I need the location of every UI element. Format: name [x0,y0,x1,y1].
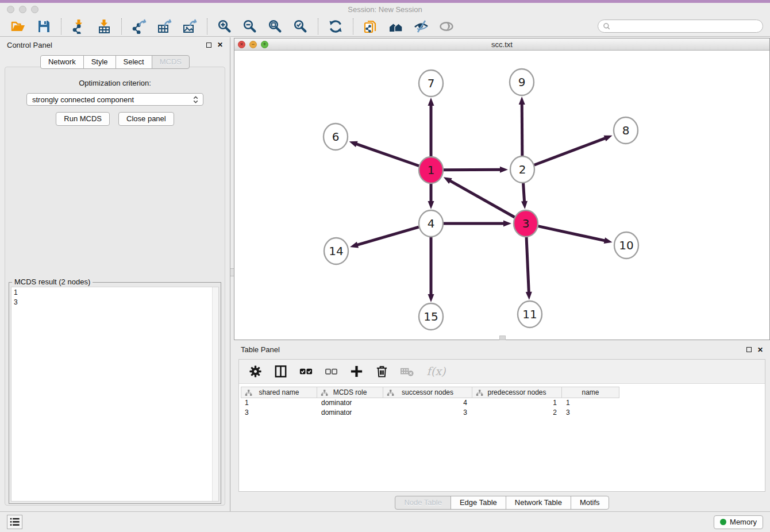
graph-edge-1-4[interactable] [428,183,434,209]
import-network-icon[interactable] [70,18,87,35]
show-panels-button[interactable] [7,515,22,529]
graph-node-7[interactable]: 7 [419,70,443,97]
home-icon[interactable] [387,18,405,35]
refresh-layout-icon[interactable] [327,18,344,35]
export-image-icon[interactable] [181,18,198,35]
table-cell[interactable]: 3 [383,408,472,418]
graph-node-3[interactable]: 3 [514,210,538,237]
network-close-button[interactable] [238,41,245,48]
close-panel-icon[interactable] [217,41,223,48]
table-cell[interactable]: 1 [472,398,562,408]
float-table-panel-icon[interactable] [746,347,752,352]
toggle-visibility-icon[interactable] [413,18,430,35]
close-table-panel-icon[interactable] [757,346,763,353]
mcds-result-textarea[interactable]: 13 [11,287,219,502]
close-panel-button[interactable]: Close panel [118,112,174,126]
splitter-handle-icon[interactable] [230,268,234,276]
network-zoom-button[interactable] [261,41,268,48]
function-builder-icon[interactable]: f(x) [425,364,446,379]
network-minimize-button[interactable] [249,41,257,48]
graph-edge-1-7[interactable] [428,98,434,157]
tab-network-table[interactable]: Network Table [506,496,571,510]
table-cell[interactable]: dominator [317,398,383,408]
run-mcds-button[interactable]: Run MCDS [56,112,110,126]
tab-node-table[interactable]: Node Table [395,496,451,510]
deselect-all-checks-icon[interactable] [324,364,338,379]
graph-edge-3-11[interactable] [526,236,532,300]
graph-edge-2-3[interactable] [521,182,528,209]
import-table-icon[interactable] [95,18,113,35]
tab-edge-table[interactable]: Edge Table [451,496,506,510]
zoom-out-icon[interactable] [241,18,259,35]
graph-edge-4-14[interactable] [350,227,419,248]
delete-table-icon[interactable] [400,364,414,379]
graph-edge-1-2[interactable] [444,167,508,173]
export-network-icon[interactable] [130,18,148,35]
zoom-in-icon[interactable] [216,18,233,35]
zoom-window-button[interactable] [31,6,38,13]
minimize-window-button[interactable] [19,6,26,13]
tab-mcds[interactable]: MCDS [152,55,190,69]
table-row[interactable]: 3dominator323 [241,408,765,418]
network-canvas[interactable]: 7968124314101511 [234,51,769,340]
graph-node-8[interactable]: 8 [614,117,638,144]
network-window-title: scc.txt [234,40,769,49]
canvas-splitter-handle-icon[interactable] [499,336,506,340]
panel-splitter[interactable] [230,37,234,511]
graph-node-9[interactable]: 9 [510,69,534,95]
graph-edge-2-9[interactable] [519,97,525,157]
tab-network[interactable]: Network [40,55,84,69]
table-cell[interactable]: dominator [317,408,383,418]
export-table-icon[interactable] [156,18,173,35]
column-header-name[interactable]: name [562,387,619,398]
split-columns-icon[interactable] [274,364,288,379]
zoom-selected-icon[interactable] [292,18,309,35]
graph-node-2[interactable]: 2 [510,156,534,183]
clone-network-icon[interactable] [362,18,379,35]
add-row-icon[interactable] [349,364,364,379]
graph-node-11[interactable]: 11 [518,301,542,327]
tab-select[interactable]: Select [116,55,152,69]
column-header-predecessor-nodes[interactable]: predecessor nodes [472,387,562,398]
table-row[interactable]: 1dominator411 [241,398,765,408]
table-cell[interactable]: 3 [241,408,317,418]
optimization-criterion-dropdown[interactable]: strongly connected component [26,93,203,106]
search-input[interactable] [614,22,758,30]
table-cell[interactable]: 1 [241,398,317,408]
save-session-icon[interactable] [35,18,52,35]
table-cell[interactable]: 3 [562,408,619,418]
graph-edge-3-1[interactable] [444,177,515,217]
memory-button[interactable]: Memory [714,515,763,529]
network-window-titlebar[interactable]: scc.txt [234,38,769,51]
mcds-result-lines: 13 [11,287,218,308]
preview-eye-icon[interactable] [438,18,455,35]
column-header-successor-nodes[interactable]: successor nodes [383,387,472,398]
settings-gear-icon[interactable] [248,364,263,379]
delete-row-icon[interactable] [375,364,389,379]
graph-node-10[interactable]: 10 [614,232,638,259]
table-cell[interactable]: 1 [562,398,619,408]
graph-edge-4-3[interactable] [444,221,511,227]
graph-node-15[interactable]: 15 [419,303,443,330]
close-window-button[interactable] [7,6,14,13]
tab-style[interactable]: Style [83,55,116,69]
graph-edge-2-8[interactable] [534,136,613,165]
graph-node-1[interactable]: 1 [419,157,443,183]
zoom-fit-icon[interactable] [267,18,284,35]
table-cell[interactable]: 4 [383,398,472,408]
table-cell[interactable]: 2 [472,408,562,418]
column-header-mcds-role[interactable]: MCDS role [317,387,383,398]
float-panel-icon[interactable] [206,43,211,48]
graph-edge-1-6[interactable] [349,141,419,166]
select-all-checks-icon[interactable] [299,364,313,379]
graph-edge-3-10[interactable] [538,226,612,244]
graph-node-6[interactable]: 6 [324,124,348,150]
graph-edge-4-15[interactable] [428,236,434,302]
open-session-icon[interactable] [10,18,27,35]
graph-node-4[interactable]: 4 [419,210,443,237]
result-scrollbar[interactable] [212,287,218,501]
graph-node-14[interactable]: 14 [324,238,348,264]
tab-motifs[interactable]: Motifs [571,496,609,510]
column-header-shared-name[interactable]: shared name [241,387,317,398]
search-box[interactable] [598,20,763,33]
